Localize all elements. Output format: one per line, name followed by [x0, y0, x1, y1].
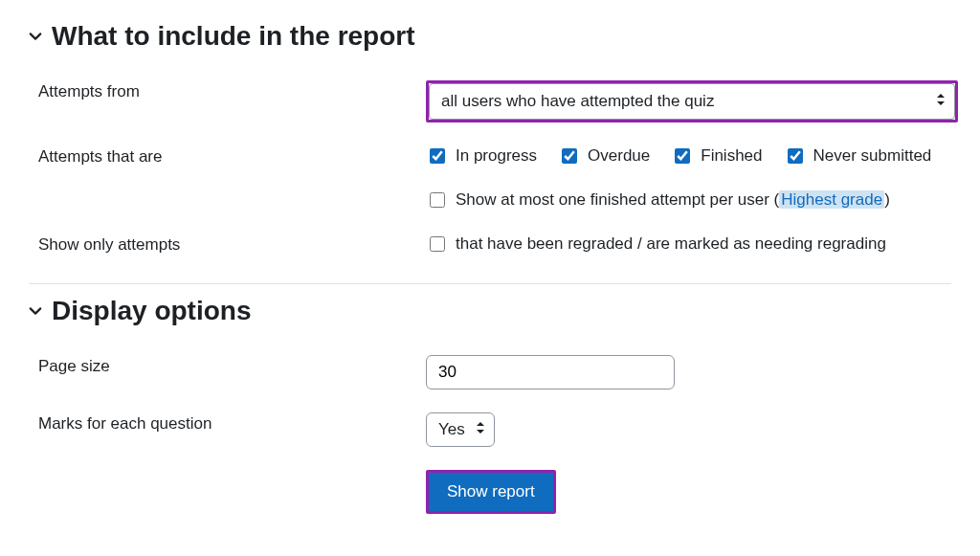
section-display-options-toggle[interactable]: Display options	[29, 296, 951, 326]
section-what-to-include-heading: What to include in the report	[52, 21, 415, 52]
show-only-attempts-label: Show only attempts	[29, 230, 426, 255]
attempts-that-are-label: Attempts that are	[29, 142, 426, 167]
marks-select[interactable]: Yes	[426, 412, 495, 447]
attempts-from-label: Attempts from	[29, 77, 426, 101]
checkbox-finished-label: Finished	[701, 146, 762, 166]
chevron-down-icon	[29, 30, 42, 43]
checkbox-overdue[interactable]	[562, 148, 577, 164]
select-caret-icon	[476, 421, 485, 438]
section-divider	[29, 283, 951, 284]
show-at-most-text: Show at most one finished attempt per us…	[456, 190, 890, 210]
section-display-options-heading: Display options	[52, 296, 251, 326]
page-size-input[interactable]	[426, 355, 675, 389]
checkbox-finished[interactable]	[675, 148, 690, 164]
page-size-label: Page size	[29, 351, 426, 376]
checkbox-in-progress[interactable]	[430, 148, 445, 164]
chevron-down-icon	[29, 304, 42, 318]
checkbox-show-at-most-one[interactable]	[430, 192, 445, 208]
checkbox-regraded-label: that have been regraded / are marked as …	[456, 234, 886, 254]
checkbox-never-submitted[interactable]	[788, 148, 803, 164]
marks-for-each-question-label: Marks for each question	[29, 409, 426, 434]
section-what-to-include-toggle[interactable]: What to include in the report	[29, 21, 951, 52]
attempts-from-select[interactable]: all users who have attempted the quiz	[429, 83, 955, 120]
checkbox-in-progress-label: In progress	[456, 146, 537, 166]
checkbox-regraded[interactable]	[430, 236, 445, 252]
show-report-button[interactable]: Show report	[429, 473, 553, 511]
checkbox-never-submitted-label: Never submitted	[813, 146, 932, 166]
checkbox-overdue-label: Overdue	[588, 146, 650, 166]
highest-grade-link[interactable]: Highest grade	[779, 190, 884, 209]
attempts-from-select-value: all users who have attempted the quiz	[429, 83, 955, 120]
